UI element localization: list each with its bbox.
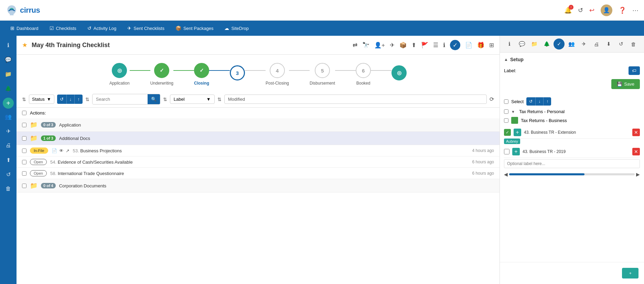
rp-tab-trash[interactable]: 🗑 [628,39,639,50]
nav-dashboard[interactable]: ⊞ Dashboard [6,23,43,33]
sidebar-folder-icon[interactable]: 📁 [2,67,15,80]
upload-icon[interactable]: ⬆ [411,42,416,49]
status-open-54[interactable]: Open [30,159,47,165]
filter-down-btn[interactable]: ↓ [67,95,75,104]
notification-icon[interactable]: 🔔 ! [564,7,572,14]
rp-expand-icon-personal[interactable]: ▼ [511,110,515,114]
package-icon[interactable]: 📦 [399,42,407,49]
optional-label-input[interactable] [504,159,640,168]
rp-folder-checkbox-personal[interactable] [504,109,508,114]
select-checkbox[interactable] [504,99,508,104]
folder-name-corporation[interactable]: Corporation Documents [59,183,106,188]
folder-name-additional[interactable]: Additional Docs [59,136,90,141]
rp-down-btn[interactable]: ↓ [536,97,544,106]
status-select[interactable]: Status ▼ [29,95,54,104]
sidebar-comments-icon[interactable]: 💬 [2,53,15,66]
folder-name-application[interactable]: Application [59,122,81,128]
step-circle-7[interactable]: ◎ [391,65,407,80]
rp-tab-tree[interactable]: 🌲 [541,39,552,50]
item-checkbox-53[interactable] [22,149,26,153]
sort-icon-2[interactable]: ⇅ [85,97,89,102]
nav-sitedrop[interactable]: ☁ SiteDrop [219,23,254,33]
rp-tab-history[interactable]: ↺ [615,39,626,50]
rp-delete-btn-extension[interactable]: ✕ [632,129,640,136]
rp-item-checkbox-2019[interactable] [504,149,509,154]
nav-sent-checklists[interactable]: ✈ Sent Checklists [122,23,169,33]
rp-tab-users[interactable]: 👥 [566,39,577,50]
status-in-file-53[interactable]: In-File [30,148,48,154]
step-circle-3[interactable]: 3 [230,65,245,80]
flag-icon[interactable]: 🚩 [421,42,428,49]
status-open-58[interactable]: Open [30,170,47,176]
reset-icon[interactable]: ⟳ [490,96,494,102]
eye-icon[interactable]: 👁 [59,148,64,153]
sort-icon-3[interactable]: ⇅ [163,97,167,102]
shuffle-icon[interactable]: ⇄ [353,42,357,49]
search-input[interactable] [93,95,148,104]
grid-icon[interactable]: ⊞ [489,42,494,49]
folder-checkbox-corporation[interactable] [22,184,26,188]
step-circle-5[interactable]: 5 [315,63,330,78]
scrollbar-track[interactable] [509,173,635,175]
filter-refresh-btn[interactable]: ↺ [57,95,67,104]
check-circle-icon[interactable]: ✓ [450,40,460,50]
label-select[interactable]: Label ▼ [170,95,215,104]
rp-tab-download[interactable]: ⬇ [603,39,614,50]
rp-tab-chat[interactable]: 💬 [516,39,527,50]
rp-refresh-btn[interactable]: ↺ [526,97,536,106]
rp-tab-send[interactable]: ✈ [578,39,589,50]
sidebar-trash-icon[interactable]: 🗑 [2,182,15,195]
sidebar-history-icon[interactable]: ↺ [2,168,15,181]
rp-add-btn-2019[interactable]: + [512,148,520,155]
sort-icon-4[interactable]: ⇅ [217,97,222,102]
more-icon[interactable]: ⋯ [632,7,638,14]
sidebar-info-icon[interactable]: ℹ [2,39,15,52]
rp-item-checkmark[interactable]: ✓ [504,129,511,136]
step-circle-0[interactable]: ◎ [112,63,127,78]
step-circle-2[interactable]: ✓ [194,63,209,78]
star-icon[interactable]: ★ [22,41,28,49]
add-user-icon[interactable]: 👤+ [374,42,385,49]
rp-tab-info[interactable]: ℹ [504,39,515,50]
nav-sent-packages[interactable]: 📦 Sent Packages [171,23,218,33]
bottom-add-button[interactable]: + [622,268,638,278]
sort-icon-1[interactable]: ⇅ [22,97,26,102]
sidebar-add-button[interactable]: + [3,98,14,109]
rp-delete-btn-2019[interactable]: ✕ [632,148,640,155]
pdf-icon[interactable]: 📄 [52,148,57,153]
external-link-icon[interactable]: ↗ [66,148,69,153]
folder-checkbox-application[interactable] [22,123,26,127]
label-tag-button[interactable]: 🏷 [629,66,640,75]
file-icon[interactable]: 📄 [465,42,472,49]
logo[interactable]: cirrus [6,4,40,17]
rp-folder-checkbox-business[interactable] [504,118,508,123]
step-circle-4[interactable]: 4 [270,63,285,78]
nav-checklists[interactable]: ☑ Checklists [45,23,81,33]
rp-tab-check[interactable]: ✓ [554,39,565,50]
info-icon[interactable]: ℹ [443,42,445,49]
scroll-left-arrow[interactable]: ◀ [504,172,508,177]
collapse-icon[interactable]: ▲ [504,57,508,62]
step-circle-1[interactable]: ✓ [154,63,169,78]
rp-up-btn[interactable]: ↑ [544,97,551,106]
item-checkbox-58[interactable] [22,171,26,176]
undo-icon[interactable]: ↩ [589,7,594,14]
rp-tab-folder[interactable]: 📁 [529,39,540,50]
sidebar-tree-icon[interactable]: 🌲 [2,82,15,95]
rp-tab-print[interactable]: 🖨 [591,39,602,50]
sidebar-upload-icon[interactable]: ⬆ [2,153,15,166]
send-icon[interactable]: ✈ [390,42,395,49]
item-checkbox-54[interactable] [22,160,26,164]
sidebar-print-icon[interactable]: 🖨 [2,139,15,152]
search-button[interactable]: 🔍 [148,94,160,104]
step-circle-6[interactable]: 6 [356,63,371,78]
sidebar-users-icon[interactable]: 👥 [2,110,15,123]
scroll-right-arrow[interactable]: ▶ [636,172,640,177]
select-all-checkbox[interactable] [22,111,26,115]
nav-activity-log[interactable]: ↺ Activity Log [83,23,121,33]
save-button[interactable]: 💾 Save [611,79,640,89]
refresh-icon[interactable]: ↺ [578,7,583,14]
gift-icon[interactable]: 🎁 [477,42,484,49]
folder-checkbox-additional[interactable] [22,136,26,141]
binoculars-icon[interactable]: 🔭 [362,42,369,49]
